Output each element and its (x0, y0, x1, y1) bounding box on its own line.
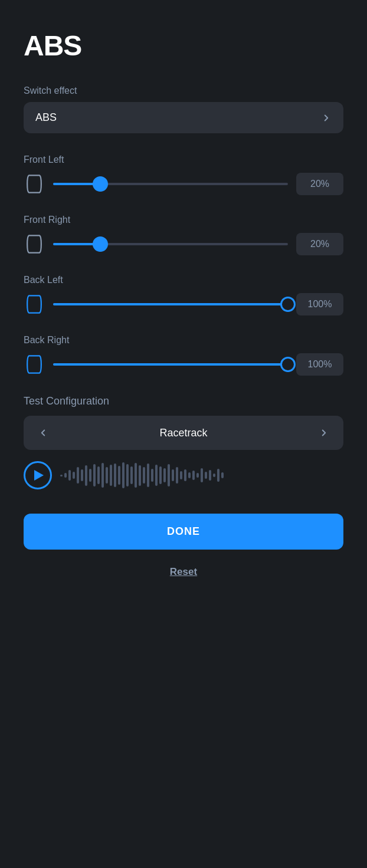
slider-section-front-right: Front Right 20% (24, 215, 343, 256)
chevron-left-icon (38, 428, 48, 438)
waveform-bar (188, 472, 191, 478)
waveform-bar (93, 464, 96, 486)
waveform-bar (97, 466, 100, 484)
slider-value-0: 20% (296, 173, 343, 195)
waveform-bar (151, 469, 153, 482)
slider-label-3: Back Right (24, 335, 343, 346)
test-config-next-button[interactable] (316, 425, 332, 440)
slider-row-2: 100% (24, 292, 343, 316)
waveform-bar (209, 470, 211, 481)
waveform-bar (135, 463, 137, 488)
brake-icon-front-right (24, 232, 45, 256)
waveform-bar (217, 469, 219, 482)
slider-label-1: Front Right (24, 215, 343, 225)
waveform-bar (155, 465, 158, 486)
waveform-bar (77, 467, 79, 484)
brake-icon-front-left (24, 172, 45, 196)
test-config-prev-button[interactable] (35, 425, 51, 440)
slider-2[interactable] (53, 292, 288, 316)
waveform-bar (101, 463, 104, 488)
waveform-bar (130, 466, 133, 484)
chevron-right-icon (321, 113, 332, 123)
switch-effect-label: Switch effect (24, 86, 343, 96)
slider-row-1: 20% (24, 232, 343, 256)
waveform-bar (64, 473, 67, 478)
waveform-bar (81, 469, 83, 481)
slider-track-0 (53, 183, 288, 185)
waveform-bar (126, 464, 129, 486)
test-config-value: Racetrack (159, 427, 207, 439)
slider-thumb-2[interactable] (280, 297, 296, 312)
slider-label-2: Back Left (24, 275, 343, 285)
switch-effect-value: ABS (35, 111, 57, 124)
brake-icon-back-right (24, 353, 45, 376)
slider-thumb-0[interactable] (93, 176, 108, 192)
waveform-bar (180, 471, 182, 479)
waveform-bar (110, 465, 112, 486)
waveform-bar (60, 475, 63, 476)
brake-icon-back-left (24, 292, 45, 316)
waveform-bar (168, 464, 170, 486)
waveform-bar (196, 473, 199, 478)
waveform-section (24, 461, 343, 490)
waveform-bar (118, 466, 120, 485)
waveform-bar (184, 469, 186, 481)
waveform-bar (221, 472, 224, 478)
slider-value-1: 20% (296, 233, 343, 255)
waveform-bar (172, 469, 174, 481)
waveform-bar (192, 471, 195, 480)
slider-row-0: 20% (24, 172, 343, 196)
slider-thumb-3[interactable] (280, 357, 296, 372)
waveform-bar (205, 472, 207, 479)
slider-1[interactable] (53, 232, 288, 256)
slider-3[interactable] (53, 353, 288, 376)
waveform-bar (68, 470, 71, 481)
waveform-bar (176, 467, 178, 484)
waveform-bar (106, 467, 108, 484)
slider-section-back-left: Back Left 100% (24, 275, 343, 316)
waveform-bar (114, 463, 116, 487)
waveform-bar (143, 467, 145, 484)
slider-label-0: Front Left (24, 154, 343, 165)
done-button[interactable]: DONE (24, 514, 343, 550)
waveform (60, 461, 343, 490)
switch-effect-selector[interactable]: ABS (24, 102, 343, 133)
slider-value-3: 100% (296, 353, 343, 376)
waveform-bar (147, 463, 149, 487)
slider-section-front-left: Front Left 20% (24, 154, 343, 196)
page-title: ABS (24, 29, 343, 62)
play-button[interactable] (24, 461, 52, 489)
waveform-bar (201, 468, 203, 482)
slider-row-3: 100% (24, 353, 343, 376)
waveform-bar (213, 474, 215, 477)
waveform-bar (85, 465, 87, 486)
test-config-selector[interactable]: Racetrack (24, 416, 343, 450)
slider-section-back-right: Back Right 100% (24, 335, 343, 376)
waveform-bar (89, 469, 91, 482)
play-icon (34, 470, 44, 481)
reset-button[interactable]: Reset (24, 561, 343, 583)
test-config-heading: Test Configuration (24, 395, 343, 407)
chevron-right-icon (319, 428, 329, 438)
waveform-bar (122, 462, 124, 488)
switch-effect-section: Switch effect ABS (24, 86, 343, 133)
sliders-container: Front Left 20% Front Right (24, 154, 343, 376)
slider-0[interactable] (53, 172, 288, 196)
slider-track-3 (53, 363, 288, 366)
waveform-bar (139, 465, 141, 486)
slider-track-2 (53, 303, 288, 305)
test-config-section: Test Configuration Racetrack (24, 395, 343, 450)
slider-track-1 (53, 243, 288, 245)
slider-value-2: 100% (296, 293, 343, 315)
waveform-bar (163, 468, 166, 482)
slider-fill-3 (53, 363, 288, 366)
slider-thumb-1[interactable] (93, 236, 108, 252)
waveform-bar (73, 472, 75, 479)
waveform-bar (159, 466, 162, 484)
slider-fill-2 (53, 303, 288, 305)
